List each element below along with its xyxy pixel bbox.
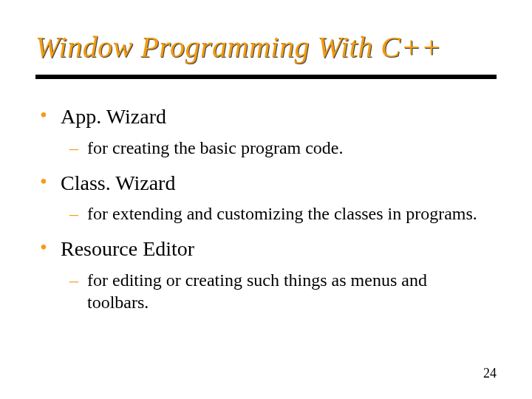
bullet-label: App. Wizard [61, 104, 166, 129]
bullet-label: Class. Wizard [61, 171, 175, 196]
bullet-label: Resource Editor [61, 236, 194, 262]
dash-icon: – [69, 269, 87, 291]
dash-icon: – [69, 202, 87, 225]
slide: Window Programming With C++ • App. Wizar… [0, 0, 532, 399]
slide-title: Window Programming With C++ [35, 30, 497, 64]
bullet-icon: • [40, 236, 61, 259]
sub-item: – for extending and customizing the clas… [69, 202, 497, 225]
bullet-icon: • [40, 171, 61, 194]
sub-item: – for editing or creating such things as… [69, 269, 497, 313]
sub-label: for extending and customizing the classe… [87, 202, 477, 225]
bullet-item: • Resource Editor [40, 236, 497, 262]
sub-item: – for creating the basic program code. [69, 137, 497, 159]
page-number: 24 [483, 366, 497, 381]
bullet-item: • App. Wizard [40, 104, 497, 129]
content-area: • App. Wizard – for creating the basic p… [35, 104, 497, 313]
dash-icon: – [69, 137, 87, 159]
bullet-item: • Class. Wizard [40, 171, 497, 196]
bullet-icon: • [40, 104, 61, 127]
sub-label: for creating the basic program code. [87, 137, 344, 159]
title-rule [35, 75, 497, 79]
sub-label: for editing or creating such things as m… [87, 269, 489, 313]
